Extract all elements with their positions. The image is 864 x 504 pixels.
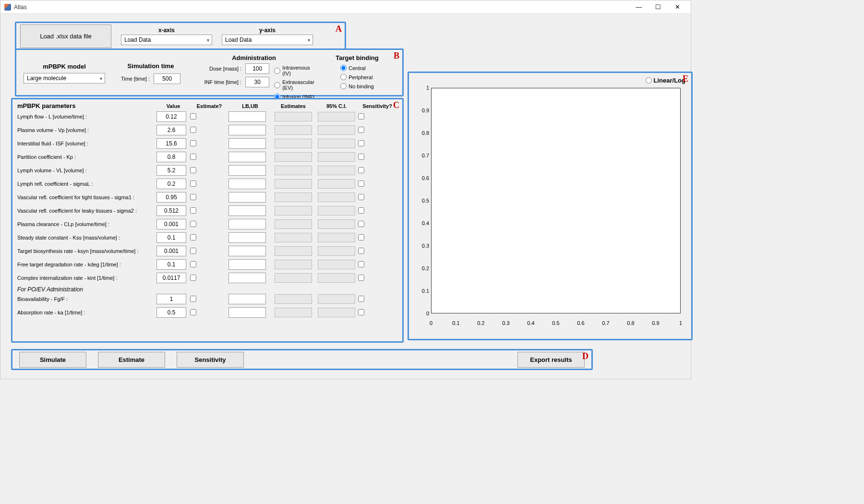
admin-radio-0[interactable]: [274, 68, 280, 74]
col-estimate: Estimate?: [190, 103, 228, 109]
param-lbub-input[interactable]: [228, 125, 266, 135]
minimize-button[interactable]: —: [629, 1, 648, 13]
param-lbub-input[interactable]: [228, 294, 266, 304]
param-estimate-check[interactable]: [190, 154, 196, 160]
param-sens-check[interactable]: [358, 275, 364, 281]
model-select[interactable]: Large molecule: [24, 73, 105, 84]
time-input[interactable]: [154, 73, 180, 84]
param-sens-check[interactable]: [358, 167, 364, 173]
param-lbub-input[interactable]: [228, 192, 266, 203]
param-sens-check[interactable]: [358, 296, 364, 302]
target-radio-2[interactable]: [340, 83, 347, 89]
param-sens-check[interactable]: [358, 127, 364, 133]
param-estimates-readonly: [275, 139, 312, 148]
param-value-input[interactable]: [156, 246, 186, 256]
param-value-input[interactable]: [156, 125, 186, 135]
param-estimates-readonly: [275, 125, 312, 135]
param-value-input[interactable]: [156, 111, 186, 122]
param-sens-check[interactable]: [358, 234, 364, 240]
load-data-button[interactable]: Load .xlsx data file: [20, 24, 111, 48]
param-sens-check[interactable]: [358, 154, 364, 160]
export-button[interactable]: Export results: [517, 352, 585, 368]
titlebar: Atlas — ☐ ✕: [0, 0, 691, 14]
param-lbub-input[interactable]: [228, 273, 266, 283]
plot-box[interactable]: [431, 88, 681, 313]
param-value-input[interactable]: [156, 259, 186, 270]
param-value-input[interactable]: [156, 152, 186, 162]
param-lbub-input[interactable]: [228, 307, 266, 318]
param-estimate-check[interactable]: [190, 207, 196, 214]
param-lbub-input[interactable]: [228, 152, 266, 162]
param-sens-check[interactable]: [358, 140, 364, 146]
param-estimates-readonly: [275, 152, 312, 162]
maximize-button[interactable]: ☐: [648, 1, 668, 13]
param-value-input[interactable]: [156, 138, 186, 149]
sensitivity-button[interactable]: Sensitivity: [177, 352, 244, 368]
inf-input[interactable]: [245, 77, 269, 87]
param-sens-check[interactable]: [358, 221, 364, 227]
param-lbub-input[interactable]: [228, 219, 266, 229]
y-tick: 0.3: [415, 243, 429, 249]
param-estimate-check[interactable]: [190, 221, 196, 227]
param-estimate-check[interactable]: [190, 248, 196, 254]
admin-radio-1[interactable]: [274, 82, 280, 88]
param-value-input[interactable]: [156, 219, 186, 229]
param-name: Lymph refl. coefficient - sigmaL :: [17, 181, 156, 187]
param-estimates-readonly: [275, 294, 312, 304]
param-value-input[interactable]: [156, 294, 186, 304]
param-sens-check[interactable]: [358, 248, 364, 254]
param-estimate-check[interactable]: [190, 261, 196, 267]
param-sens-check[interactable]: [358, 180, 364, 187]
param-name: Interstitial fluid - ISF [volume] :: [17, 141, 156, 146]
target-radio-1[interactable]: [340, 74, 347, 80]
xaxis-select[interactable]: Load Data: [121, 35, 212, 45]
param-lbub-input[interactable]: [228, 111, 266, 122]
param-lbub-input[interactable]: [228, 232, 266, 243]
param-value-input[interactable]: [156, 179, 186, 189]
param-estimate-check[interactable]: [190, 127, 196, 133]
param-lbub-input[interactable]: [228, 259, 266, 270]
param-ci-readonly: [318, 112, 355, 121]
yaxis-select[interactable]: Load Data: [222, 35, 313, 45]
param-estimate-check[interactable]: [190, 296, 196, 302]
param-name: Free target degradation rate - kdeg [1/t…: [17, 262, 156, 267]
param-value-input[interactable]: [156, 205, 186, 216]
close-button[interactable]: ✕: [668, 1, 687, 13]
param-estimate-check[interactable]: [190, 167, 196, 173]
param-lbub-input[interactable]: [228, 246, 266, 256]
param-value-input[interactable]: [156, 232, 186, 243]
dose-input[interactable]: [245, 63, 269, 74]
param-estimate-check[interactable]: [190, 309, 196, 315]
param-lbub-input[interactable]: [228, 165, 266, 176]
dose-label: Dose [mass] :: [193, 66, 241, 72]
param-estimate-check[interactable]: [190, 113, 196, 120]
linear-log-radio[interactable]: [646, 77, 652, 84]
target-radio-label: No binding: [348, 84, 374, 89]
estimate-button[interactable]: Estimate: [98, 352, 165, 368]
y-tick: 0.2: [415, 265, 429, 271]
y-tick: 0.6: [415, 175, 429, 181]
simulate-button[interactable]: Simulate: [19, 352, 86, 368]
param-sens-check[interactable]: [358, 207, 364, 214]
param-estimate-check[interactable]: [190, 194, 196, 200]
param-estimate-check[interactable]: [190, 234, 196, 240]
param-estimate-check[interactable]: [190, 180, 196, 187]
param-value-input[interactable]: [156, 307, 186, 318]
param-value-input[interactable]: [156, 165, 186, 176]
param-value-input[interactable]: [156, 273, 186, 283]
param-estimate-check[interactable]: [190, 275, 196, 281]
param-name: Target biosynthesis rate - ksyn [mass/vo…: [17, 248, 156, 254]
param-estimate-check[interactable]: [190, 140, 196, 146]
admin-radio-label: Intravenous (IV): [282, 65, 314, 76]
param-sens-check[interactable]: [358, 261, 364, 267]
param-lbub-input[interactable]: [228, 179, 266, 189]
param-sens-check[interactable]: [358, 194, 364, 200]
param-lbub-input[interactable]: [228, 205, 266, 216]
param-sens-check[interactable]: [358, 309, 364, 315]
param-sens-check[interactable]: [358, 113, 364, 120]
param-value-input[interactable]: [156, 192, 186, 203]
target-radio-0[interactable]: [340, 65, 347, 71]
col-sens: Sensitivity?: [358, 103, 396, 109]
param-estimates-readonly: [275, 166, 312, 175]
param-lbub-input[interactable]: [228, 138, 266, 149]
